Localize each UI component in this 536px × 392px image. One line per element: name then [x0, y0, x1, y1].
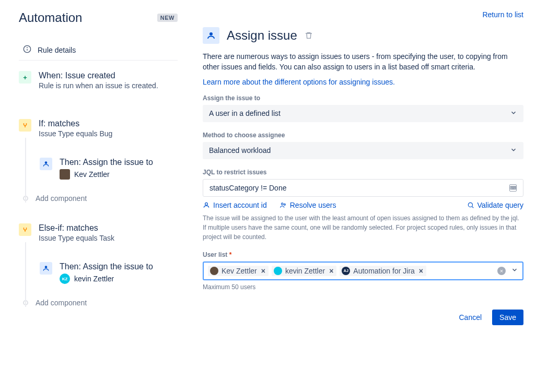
svg-point-3: [45, 161, 48, 164]
jql-help-text: The issue will be assigned to the user w…: [203, 213, 523, 242]
trigger-subtitle: Rule is run when an issue is created.: [39, 81, 178, 90]
panel-description: There are numerous ways to assign issues…: [203, 51, 523, 73]
trigger-title: When: Issue created: [39, 71, 178, 80]
user-chip: AJ Automation for Jira ×: [340, 266, 426, 276]
add-component-label: Add component: [36, 299, 87, 307]
elseif-subtitle: Issue Type equals Task: [39, 234, 178, 242]
add-component-1[interactable]: Add component: [40, 194, 178, 203]
trigger-step[interactable]: + When: Issue created Rule is run when a…: [19, 71, 178, 94]
assign-to-select[interactable]: A user in a defined list: [203, 105, 523, 122]
method-label: Method to choose assignee: [203, 132, 523, 139]
plus-icon: +: [19, 71, 31, 84]
chip-label: Automation for Jira: [353, 267, 415, 275]
learn-more-link[interactable]: Learn more about the different options f…: [203, 78, 395, 86]
chevron-down-icon[interactable]: [511, 266, 518, 275]
assign-icon: [40, 158, 52, 170]
rule-details-row[interactable]: Rule details: [19, 40, 178, 61]
branch-icon: [19, 223, 31, 236]
elseif-title: Else-if: matches: [39, 223, 178, 233]
if-title: If: matches: [39, 119, 178, 128]
chip-label: Kev Zettler: [222, 267, 257, 275]
page-title: Automation: [19, 10, 82, 25]
svg-point-9: [468, 203, 472, 207]
user-chip: kevin Zettler ×: [272, 266, 336, 276]
add-component-2[interactable]: Add component: [40, 299, 178, 307]
assign-issue-icon: [203, 27, 219, 44]
keyboard-icon: ⌨: [509, 184, 517, 192]
delete-icon[interactable]: [305, 31, 313, 40]
then-title-2: Then: Assign the issue to: [60, 262, 178, 271]
user-list-multiselect[interactable]: Kev Zettler × kevin Zettler × AJ Automat…: [203, 262, 523, 280]
assign-icon: [40, 262, 52, 275]
svg-point-4: [45, 266, 48, 268]
elseif-condition-step[interactable]: Else-if: matches Issue Type equals Task: [19, 223, 178, 246]
jql-label: JQL to restrict issues: [203, 169, 523, 176]
save-button[interactable]: Save: [492, 310, 523, 325]
svg-point-2: [27, 47, 28, 48]
add-dot-icon: [23, 300, 28, 305]
jql-input[interactable]: statusCategory != Done ⌨: [203, 179, 523, 197]
new-badge: NEW: [157, 14, 178, 22]
svg-point-6: [205, 203, 208, 205]
insert-account-id-link[interactable]: Insert account id: [203, 201, 267, 209]
cancel-button[interactable]: Cancel: [459, 313, 482, 322]
branch-icon: [19, 119, 31, 132]
assign-to-value: A user in a defined list: [209, 109, 281, 117]
avatar: [60, 169, 70, 180]
then-title-1: Then: Assign the issue to: [60, 158, 178, 167]
validate-query-label: Validate query: [477, 201, 523, 209]
if-subtitle: Issue Type equals Bug: [39, 129, 178, 138]
action-config-panel: Assign issue There are numerous ways to …: [184, 0, 536, 392]
assign-to-label: Assign the issue to: [203, 94, 523, 102]
chevron-down-icon: [510, 109, 517, 118]
user-chip: Kev Zettler ×: [208, 266, 269, 276]
method-select[interactable]: Balanced workload: [203, 142, 523, 159]
assignee-name-1: Kev Zettler: [74, 170, 110, 179]
if-condition-step[interactable]: If: matches Issue Type equals Bug: [19, 119, 178, 142]
remove-chip-icon[interactable]: ×: [260, 267, 266, 275]
svg-line-10: [472, 206, 473, 208]
clear-all-icon[interactable]: ×: [497, 267, 506, 275]
remove-chip-icon[interactable]: ×: [418, 267, 424, 275]
avatar: AJ: [342, 267, 350, 275]
chip-label: kevin Zettler: [285, 267, 325, 275]
svg-point-5: [209, 32, 213, 35]
resolve-users-link[interactable]: Resolve users: [279, 201, 336, 209]
add-dot-icon: [23, 196, 28, 201]
rule-details-label: Rule details: [38, 46, 76, 54]
then-action-step-2[interactable]: Then: Assign the issue to KZ kevin Zettl…: [40, 262, 178, 288]
remove-chip-icon[interactable]: ×: [328, 267, 334, 275]
rule-builder-sidebar: Automation NEW Rule details + When: Issu…: [0, 0, 184, 392]
user-list-label: User list *: [203, 251, 523, 258]
panel-title: Assign issue: [227, 28, 297, 43]
max-users-hint: Maximum 50 users: [203, 283, 523, 291]
insert-account-label: Insert account id: [213, 201, 267, 209]
then-action-step-1[interactable]: Then: Assign the issue to Kev Zettler: [40, 158, 178, 184]
add-component-label: Add component: [36, 194, 87, 203]
avatar: [274, 267, 282, 275]
info-icon: [23, 45, 31, 55]
resolve-users-label: Resolve users: [290, 201, 336, 209]
svg-point-7: [281, 203, 283, 205]
assignee-name-2: kevin Zettler: [74, 275, 114, 283]
method-value: Balanced workload: [209, 146, 271, 155]
avatar: [210, 267, 218, 275]
avatar: KZ: [60, 274, 70, 284]
jql-value: statusCategory != Done: [209, 184, 286, 192]
validate-query-link[interactable]: Validate query: [467, 201, 523, 209]
svg-point-8: [284, 204, 285, 205]
chevron-down-icon: [510, 146, 517, 155]
